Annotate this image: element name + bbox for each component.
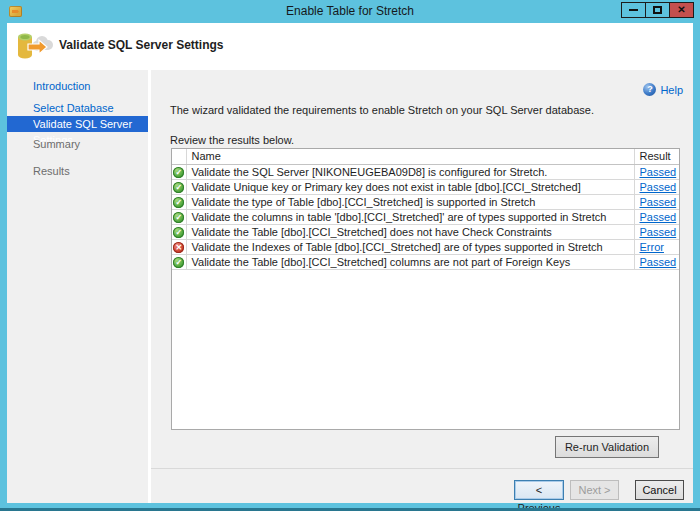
window-controls: ✕ bbox=[622, 2, 694, 18]
result-link[interactable]: Passed bbox=[640, 256, 677, 268]
page-title: Validate SQL Server Settings bbox=[59, 38, 224, 52]
validation-results-table: Name Result ✓Validate the SQL Server [NI… bbox=[172, 149, 679, 270]
previous-button[interactable]: < Previous bbox=[514, 480, 564, 500]
close-icon: ✕ bbox=[677, 5, 685, 15]
validation-name: Validate the type of Table [dbo].[CCI_St… bbox=[186, 194, 634, 209]
status-column-header bbox=[172, 149, 186, 164]
results-table-body: ✓Validate the SQL Server [NIKONEUGEBA09D… bbox=[172, 164, 679, 269]
passed-icon: ✓ bbox=[173, 167, 184, 178]
rerun-validation-button[interactable]: Re-run Validation bbox=[555, 436, 659, 458]
passed-icon: ✓ bbox=[173, 227, 184, 238]
validation-name: Validate Unique key or Primary key does … bbox=[186, 179, 634, 194]
validation-name: Validate the columns in table '[dbo].[CC… bbox=[186, 209, 634, 224]
maximize-icon bbox=[653, 6, 662, 14]
review-results-label: Review the results below. bbox=[170, 134, 294, 146]
table-row[interactable]: ✓Validate the Table [dbo].[CCI_Stretched… bbox=[172, 254, 679, 269]
sidebar-item-introduction[interactable]: Introduction bbox=[7, 79, 148, 94]
validation-results-box: Name Result ✓Validate the SQL Server [NI… bbox=[171, 148, 680, 430]
wizard-dialog: Enable Table for Stretch ✕ Validate SQL … bbox=[0, 0, 700, 511]
result-link[interactable]: Error bbox=[640, 241, 664, 253]
table-row[interactable]: ✓Validate the Table [dbo].[CCI_Stretched… bbox=[172, 224, 679, 239]
result-link[interactable]: Passed bbox=[640, 211, 677, 223]
table-header-row: Name Result bbox=[172, 149, 679, 164]
help-link[interactable]: ? Help bbox=[643, 83, 683, 96]
minimize-icon bbox=[629, 9, 638, 11]
table-row[interactable]: ✕Validate the Indexes of Table [dbo].[CC… bbox=[172, 239, 679, 254]
sidebar-item-results: Results bbox=[7, 164, 148, 179]
help-icon: ? bbox=[643, 83, 656, 96]
cancel-button[interactable]: Cancel bbox=[635, 480, 684, 500]
validation-name: Validate the Indexes of Table [dbo].[CCI… bbox=[186, 239, 634, 254]
window-title: Enable Table for Stretch bbox=[0, 4, 700, 18]
wizard-header: Validate SQL Server Settings bbox=[7, 23, 693, 70]
maximize-button[interactable] bbox=[645, 2, 670, 18]
validation-name: Validate the SQL Server [NIKONEUGEBA09D8… bbox=[186, 164, 634, 179]
table-row[interactable]: ✓Validate the columns in table '[dbo].[C… bbox=[172, 209, 679, 224]
body-area: Introduction Select Database Tables Vali… bbox=[7, 70, 693, 503]
footer-divider bbox=[151, 468, 693, 469]
error-icon: ✕ bbox=[173, 242, 184, 253]
titlebar[interactable]: Enable Table for Stretch ✕ bbox=[0, 0, 700, 23]
passed-icon: ✓ bbox=[173, 182, 184, 193]
table-row[interactable]: ✓Validate the SQL Server [NIKONEUGEBA09D… bbox=[172, 164, 679, 179]
help-label: Help bbox=[660, 84, 683, 96]
main-panel: ? Help The wizard validated the requirem… bbox=[151, 70, 693, 503]
result-link[interactable]: Passed bbox=[640, 166, 677, 178]
minimize-button[interactable] bbox=[621, 2, 646, 18]
result-link[interactable]: Passed bbox=[640, 181, 677, 193]
stretch-database-icon bbox=[15, 29, 55, 63]
sidebar-item-validate-sql-server-settings[interactable]: Validate SQL Server Settings bbox=[7, 116, 148, 132]
sidebar-item-summary: Summary bbox=[7, 137, 148, 152]
wizard-steps-sidebar: Introduction Select Database Tables Vali… bbox=[7, 70, 148, 503]
result-link[interactable]: Passed bbox=[640, 226, 677, 238]
passed-icon: ✓ bbox=[173, 257, 184, 268]
validation-name: Validate the Table [dbo].[CCI_Stretched]… bbox=[186, 254, 634, 269]
validation-name: Validate the Table [dbo].[CCI_Stretched]… bbox=[186, 224, 634, 239]
table-row[interactable]: ✓Validate Unique key or Primary key does… bbox=[172, 179, 679, 194]
result-column-header[interactable]: Result bbox=[634, 149, 679, 164]
table-row[interactable]: ✓Validate the type of Table [dbo].[CCI_S… bbox=[172, 194, 679, 209]
wizard-description: The wizard validated the requirements to… bbox=[170, 104, 594, 116]
result-link[interactable]: Passed bbox=[640, 196, 677, 208]
close-button[interactable]: ✕ bbox=[669, 2, 694, 18]
passed-icon: ✓ bbox=[173, 212, 184, 223]
passed-icon: ✓ bbox=[173, 197, 184, 208]
name-column-header[interactable]: Name bbox=[186, 149, 634, 164]
next-button[interactable]: Next > bbox=[570, 480, 619, 500]
